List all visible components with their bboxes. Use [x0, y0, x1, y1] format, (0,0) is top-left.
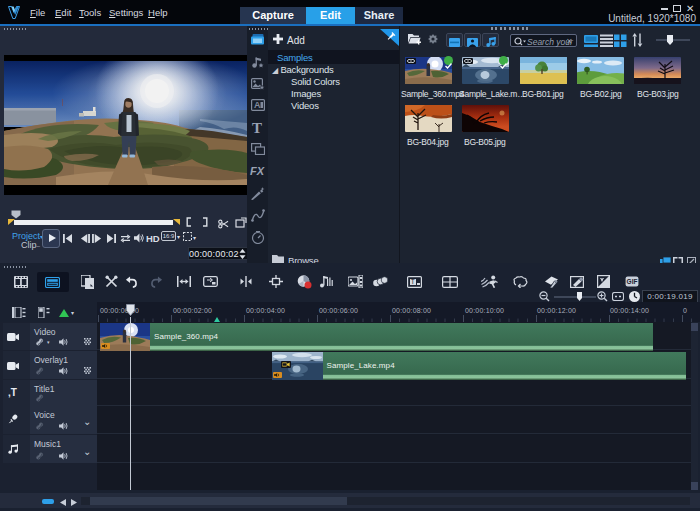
svg-text:A: A — [254, 100, 261, 110]
svg-text:GIF: GIF — [627, 278, 638, 285]
svg-text:T: T — [411, 278, 415, 285]
